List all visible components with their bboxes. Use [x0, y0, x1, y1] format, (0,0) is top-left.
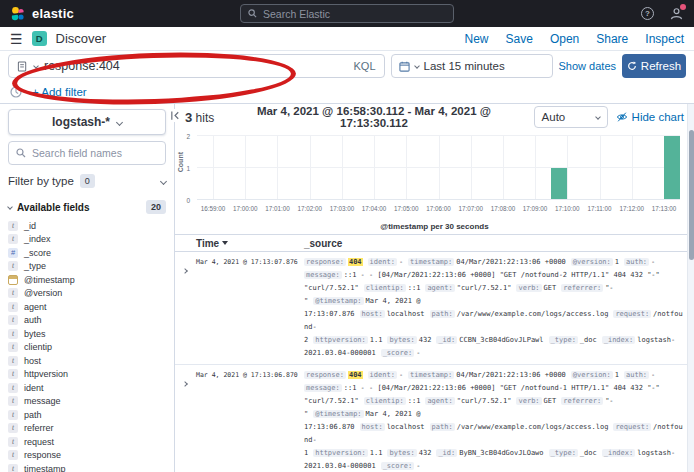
- elastic-logo[interactable]: elastic: [10, 6, 74, 22]
- string-field-icon: t: [8, 234, 18, 244]
- field-name: request: [24, 437, 54, 447]
- y-tick-label: 2: [186, 133, 190, 140]
- query-language-label[interactable]: KQL: [354, 60, 376, 72]
- global-search-input[interactable]: Search Elastic: [240, 4, 454, 23]
- elastic-logo-icon: [10, 6, 26, 22]
- x-tick-label: 16:59:00: [201, 205, 226, 212]
- source-field-value: -: [416, 349, 420, 357]
- field-item-_id[interactable]: t_id: [8, 219, 166, 233]
- interval-select[interactable]: Auto: [534, 106, 608, 128]
- field-name: @timestamp: [24, 275, 75, 285]
- share-button[interactable]: Share: [596, 32, 628, 46]
- time-range-label[interactable]: Last 15 minutes: [424, 60, 505, 72]
- histogram-bar[interactable]: [551, 168, 567, 200]
- field-item-_score[interactable]: #_score: [8, 246, 166, 260]
- field-item-request[interactable]: trequest: [8, 435, 166, 449]
- chevron-down-icon: [595, 114, 601, 120]
- logo-text: elastic: [32, 6, 74, 21]
- y-tick-label: 0: [186, 197, 190, 204]
- source-field-value: localhost: [387, 423, 425, 431]
- x-tick-label: 17:10:00: [555, 205, 580, 212]
- field-item-clientip[interactable]: tclientip: [8, 341, 166, 355]
- sort-descending-icon: [222, 241, 228, 245]
- search-icon: [248, 9, 257, 18]
- index-pattern-select[interactable]: logstash-*: [8, 109, 166, 135]
- query-input[interactable]: response:404 KQL: [8, 54, 385, 78]
- source-field-value: 1: [615, 371, 619, 379]
- field-search-placeholder: Search field names: [32, 147, 122, 159]
- x-tick-label: 17:07:00: [458, 205, 483, 212]
- user-avatar[interactable]: [669, 6, 684, 21]
- field-item-host[interactable]: thost: [8, 354, 166, 368]
- string-field-icon: t: [8, 383, 18, 393]
- field-item-path[interactable]: tpath: [8, 408, 166, 422]
- row-timestamp: Mar 4, 2021 @ 17:13:06.870: [196, 369, 304, 472]
- x-axis-label: @timestamp per 30 seconds: [175, 222, 694, 231]
- source-field-key: verb:: [516, 397, 541, 405]
- doc-rows: Mar 4, 2021 @ 17:13:07.876response:404id…: [175, 252, 694, 472]
- hamburger-menu-icon[interactable]: ☰: [10, 32, 23, 46]
- source-field-value: -: [399, 371, 403, 379]
- filter-bar: + Add filter: [0, 81, 694, 104]
- expand-row-icon[interactable]: [183, 369, 196, 472]
- eye-slash-icon: [616, 111, 628, 123]
- show-dates-link[interactable]: Show dates: [559, 60, 616, 72]
- open-button[interactable]: Open: [550, 32, 579, 46]
- collapse-sidebar-icon[interactable]: [169, 109, 182, 122]
- field-item-version[interactable]: t@version: [8, 287, 166, 301]
- filter-set-menu-icon[interactable]: [10, 86, 22, 98]
- x-tick-label: 17:02:00: [297, 205, 322, 212]
- source-field-value: /var/www/example.com/logs/access.log: [457, 423, 609, 431]
- row-timestamp: Mar 4, 2021 @ 17:13:07.876: [196, 256, 304, 360]
- chevron-down-icon: [7, 204, 13, 210]
- source-field-key: @version:: [571, 258, 613, 266]
- query-bar: response:404 KQL Last 15 minutes Show da…: [0, 51, 694, 81]
- field-item-agent[interactable]: tagent: [8, 300, 166, 314]
- field-item-timestamp[interactable]: ttimestamp: [8, 462, 166, 472]
- filter-by-type-label: Filter by type: [8, 175, 74, 187]
- calendar-field-icon: [8, 275, 18, 285]
- field-search-input[interactable]: Search field names: [8, 141, 166, 165]
- field-item-_index[interactable]: t_index: [8, 233, 166, 247]
- field-item-bytes[interactable]: tbytes: [8, 327, 166, 341]
- source-field-key: ident:: [368, 258, 397, 266]
- results-main: 3 hits Mar 4, 2021 @ 16:58:30.112 - Mar …: [175, 104, 694, 472]
- saved-query-menu-icon[interactable]: [17, 61, 28, 72]
- string-field-icon: t: [8, 315, 18, 325]
- source-field-key: _index:: [602, 449, 636, 457]
- source-field-key: ident:: [368, 371, 397, 379]
- add-filter-link[interactable]: + Add filter: [32, 86, 87, 98]
- field-item-response[interactable]: tresponse: [8, 449, 166, 463]
- table-row: Mar 4, 2021 @ 17:13:06.870response:404id…: [175, 365, 694, 472]
- field-item-message[interactable]: tmessage: [8, 395, 166, 409]
- source-field-key: auth:: [624, 258, 649, 266]
- field-item-httpversion[interactable]: thttpversion: [8, 368, 166, 382]
- field-item-auth[interactable]: tauth: [8, 314, 166, 328]
- time-column-header[interactable]: Time: [196, 238, 304, 249]
- help-icon-glyph: ?: [641, 7, 654, 20]
- date-picker[interactable]: Last 15 minutes: [391, 54, 553, 78]
- field-item-referrer[interactable]: treferrer: [8, 422, 166, 436]
- available-fields-header[interactable]: Available fields 20: [8, 200, 166, 214]
- field-item-_type[interactable]: t_type: [8, 260, 166, 274]
- hide-chart-link[interactable]: Hide chart: [616, 111, 684, 123]
- expand-row-icon[interactable]: [183, 256, 196, 360]
- field-item-ident[interactable]: tident: [8, 381, 166, 395]
- x-axis-ticks: 16:59:0017:00:0017:01:0017:02:0017:03:00…: [197, 205, 680, 214]
- scrollbar-thumb[interactable]: [689, 130, 694, 260]
- save-button[interactable]: Save: [506, 32, 533, 46]
- new-button[interactable]: New: [465, 32, 489, 46]
- string-field-icon: t: [8, 464, 18, 472]
- help-icon[interactable]: ?: [640, 6, 655, 21]
- refresh-button[interactable]: Refresh: [622, 54, 686, 78]
- inspect-button[interactable]: Inspect: [645, 32, 684, 46]
- string-field-icon: t: [8, 302, 18, 312]
- space-badge[interactable]: D: [32, 31, 47, 46]
- string-field-icon: t: [8, 423, 18, 433]
- field-item-timestamp[interactable]: @timestamp: [8, 273, 166, 287]
- histogram-bar[interactable]: [664, 136, 680, 199]
- filter-by-type-toggle[interactable]: Filter by type 0: [8, 171, 166, 191]
- x-tick-label: 17:12:00: [619, 205, 644, 212]
- source-field-key: httpversion:: [313, 336, 368, 344]
- source-field-value: 432: [419, 336, 432, 344]
